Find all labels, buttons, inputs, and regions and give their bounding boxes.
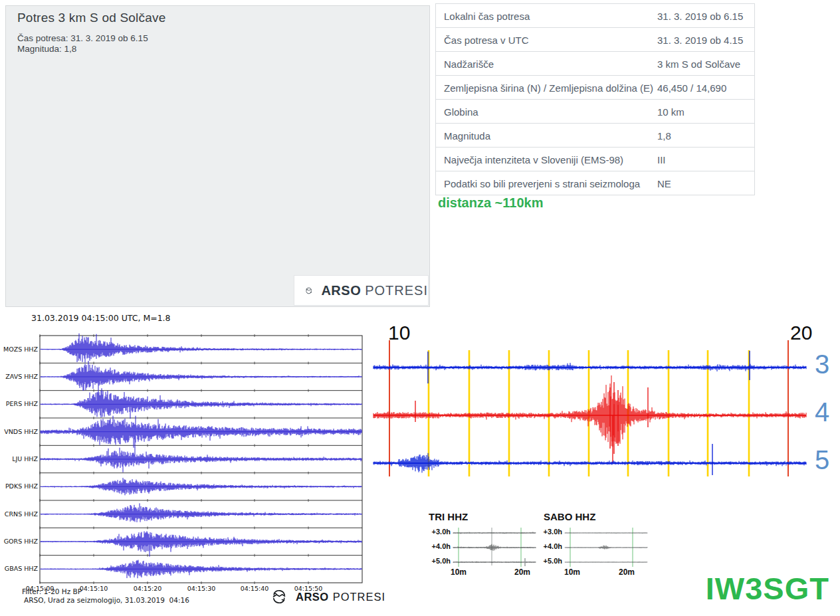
- helicorder-trace: [373, 375, 806, 447]
- table-row: Globina10 km: [436, 100, 754, 124]
- table-row: Lokalni čas potresa31. 3. 2019 ob 6.15: [436, 4, 754, 28]
- time-tick-label: 04:15:20: [129, 585, 166, 592]
- table-row: Nadžarišče3 km S od Solčave: [436, 52, 754, 76]
- arso-logo-bold: ARSO: [296, 591, 329, 603]
- arso-potresi-logo-map: ARSOPOTRESI: [294, 275, 429, 306]
- seismogram-trace: [41, 388, 362, 419]
- map-title: Potres 3 km S od Solčave: [17, 11, 165, 25]
- time-tick-label: 04:15:10: [75, 585, 112, 592]
- map-magnitude-line: Magnituda: 1,8: [17, 44, 76, 54]
- time-tick-label: 04:15:30: [183, 585, 220, 592]
- helicorder-row-number: 3: [815, 350, 829, 379]
- info-table: Lokalni čas potresa31. 3. 2019 ob 6.15Ča…: [435, 3, 755, 195]
- table-row-value: 46,450 / 14,690: [657, 82, 726, 93]
- table-row: Magnituda1,8: [436, 124, 754, 148]
- station-label: MOZS HHZ: [0, 346, 38, 353]
- credit-line: ARSO, Urad za seizmologijo, 31.03.2019 0…: [24, 596, 189, 604]
- arso-logo-bold: ARSO: [321, 283, 361, 298]
- table-row-label: Globina: [444, 106, 478, 117]
- station-seismograms: [40, 334, 362, 584]
- table-row-value: 31. 3. 2019 ob 4.15: [657, 34, 743, 45]
- station-label: PDKS HHZ: [0, 482, 38, 490]
- mini-row-label: +4.0h: [529, 542, 562, 550]
- mini-trace: [565, 546, 647, 550]
- table-row: Največja intenziteta v Sloveniji (EMS-98…: [436, 148, 754, 171]
- helicorder-row-number: 4: [815, 397, 829, 427]
- time-tick-label: 04:15:00: [21, 585, 58, 592]
- seismogram-trace: [41, 334, 362, 363]
- helicorder-hour-start: 10: [388, 322, 410, 344]
- mini-row-label: +4.0h: [417, 542, 451, 550]
- mini-row-label: +5.0h: [529, 557, 562, 565]
- seismogram-trace: [41, 447, 362, 472]
- distance-note: distanza ~110km: [438, 195, 543, 211]
- table-row-label: Nadžarišče: [444, 58, 494, 69]
- station-label: GORS HHZ: [0, 538, 38, 545]
- station-label: PERS HHZ: [0, 400, 38, 407]
- table-row-value: 1,8: [657, 130, 671, 141]
- station-label: GBAS HHZ: [0, 565, 38, 572]
- time-tick-label: 04:15:40: [236, 585, 273, 592]
- table-row: Podatki so bili preverjeni s strani seiz…: [436, 171, 754, 195]
- mini-x-tick-label: 10m: [444, 567, 473, 577]
- callsign: IW3SGT: [678, 570, 829, 607]
- mini-x-tick-label: 10m: [558, 567, 587, 577]
- table-row-label: Čas potresa v UTC: [444, 34, 529, 45]
- table-row-value: 3 km S od Solčave: [657, 58, 740, 69]
- mini-plot-sabo-hhz: [565, 528, 647, 567]
- station-label: VNDS HHZ: [0, 428, 38, 435]
- table-row-value: 31. 3. 2019 ob 6.15: [657, 10, 743, 21]
- mini-x-tick-label: 20m: [508, 567, 537, 577]
- helicorder-hour-end: 20: [790, 322, 812, 344]
- station-label: LJU HHZ: [0, 455, 38, 462]
- table-row-label: Lokalni čas potresa: [444, 10, 530, 21]
- map-time-line: Čas potresa: 31. 3. 2019 ob 6.15: [17, 33, 148, 43]
- arso-potresi-logo-bottom: ARSOPOTRESI: [271, 589, 385, 605]
- mini-x-tick-label: 20m: [612, 567, 641, 577]
- table-row-value: NE: [657, 177, 671, 189]
- table-row: Čas potresa v UTC31. 3. 2019 ob 4.15: [436, 28, 754, 52]
- mini-row-label: +3.0h: [529, 528, 562, 536]
- table-row-value: III: [657, 154, 666, 165]
- mini-plot-title-sabo: SABO HHZ: [544, 511, 595, 522]
- arso-icon: [305, 282, 312, 300]
- table-row-label: Največja intenziteta v Sloveniji (EMS-98…: [444, 154, 623, 165]
- arso-logo-light: POTRESI: [365, 283, 428, 298]
- mini-plot-title-tri: TRI HHZ: [429, 511, 468, 522]
- arso-icon: [271, 589, 287, 605]
- station-label: ZAVS HHZ: [0, 373, 38, 380]
- seismogram-title: 31.03.2019 04:15:00 UTC, M=1.8: [31, 313, 171, 323]
- table-row-value: 10 km: [657, 106, 684, 117]
- helicorder-row-number: 5: [815, 445, 829, 475]
- mini-row-label: +3.0h: [417, 528, 451, 536]
- table-row-label: Magnituda: [444, 130, 490, 141]
- station-label: CRNS HHZ: [0, 510, 38, 518]
- seismogram-trace: [41, 531, 362, 556]
- mini-plot-tri-hhz: [453, 528, 536, 567]
- time-tick-label: 04:15:50: [290, 585, 327, 592]
- arso-logo-light: POTRESI: [333, 591, 385, 603]
- seismogram-trace: [41, 503, 362, 522]
- table-row: Zemljepisna širina (N) / Zemljepisna dol…: [436, 76, 754, 100]
- helicorder: [373, 340, 806, 476]
- table-row-label: Podatki so bili preverjeni s strani seiz…: [444, 177, 640, 189]
- table-row-label: Zemljepisna širina (N) / Zemljepisna dol…: [444, 82, 653, 93]
- mini-row-label: +5.0h: [417, 557, 451, 565]
